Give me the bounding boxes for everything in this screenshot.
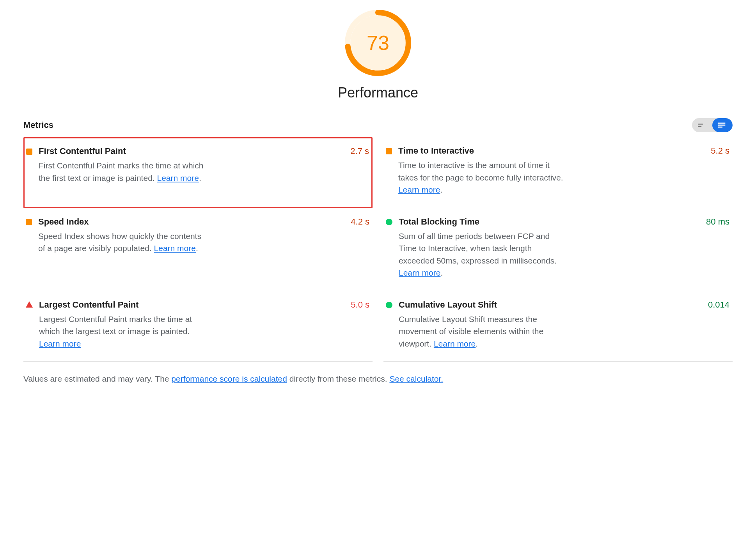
metric-description: Speed Index shows how quickly the conten… — [38, 230, 206, 255]
score-gauge: 73 — [345, 10, 411, 76]
metric-value: 0.014 — [708, 300, 729, 310]
svg-rect-4 — [698, 126, 701, 127]
footnote-mid: directly from these metrics. — [287, 374, 390, 383]
metric-description: Cumulative Layout Shift measures the mov… — [399, 313, 566, 350]
learn-more-link[interactable]: Learn more — [157, 173, 199, 182]
learn-more-link[interactable]: Learn more — [399, 268, 440, 277]
status-square-icon — [26, 219, 32, 225]
learn-more-link[interactable]: Learn more — [398, 185, 440, 194]
compact-view-icon — [698, 122, 706, 128]
footnote-link-calculator[interactable]: See calculator. — [389, 374, 443, 383]
metric-si: Speed Index4.2 sSpeed Index shows how qu… — [23, 208, 373, 291]
metric-name: First Contentful Paint — [39, 146, 126, 156]
metric-name: Cumulative Layout Shift — [399, 300, 497, 310]
svg-rect-6 — [718, 125, 725, 126]
svg-rect-5 — [718, 123, 725, 124]
status-square-icon — [386, 148, 392, 154]
metric-description: First Contentful Paint marks the time at… — [39, 159, 206, 184]
metric-name: Speed Index — [38, 217, 89, 227]
status-triangle-icon — [26, 301, 33, 308]
expanded-view-icon — [718, 122, 727, 128]
learn-more-link[interactable]: Learn more — [154, 244, 196, 253]
metric-cls: Cumulative Layout Shift0.014Cumulative L… — [383, 291, 733, 362]
metric-value: 4.2 s — [351, 217, 369, 227]
metric-name: Largest Contentful Paint — [39, 300, 138, 310]
score-value: 73 — [345, 10, 411, 76]
metrics-grid: First Contentful Paint2.7 sFirst Content… — [23, 137, 733, 362]
footnote: Values are estimated and may vary. The p… — [23, 373, 733, 385]
svg-rect-7 — [718, 127, 722, 128]
status-circle-icon — [386, 302, 392, 308]
metric-value: 5.0 s — [351, 300, 369, 310]
metric-description: Largest Contentful Paint marks the time … — [39, 313, 207, 350]
learn-more-link[interactable]: Learn more — [434, 339, 476, 348]
view-toggle — [692, 118, 733, 132]
learn-more-link[interactable]: Learn more — [39, 339, 81, 348]
view-toggle-expanded[interactable] — [712, 118, 733, 132]
metric-description: Time to interactive is the amount of tim… — [398, 159, 566, 196]
metric-name: Total Blocking Time — [399, 217, 479, 227]
metrics-heading: Metrics — [23, 120, 53, 130]
status-square-icon — [26, 149, 32, 155]
metric-lcp: Largest Contentful Paint5.0 sLargest Con… — [23, 291, 373, 362]
metric-name: Time to Interactive — [398, 146, 474, 156]
view-toggle-compact[interactable] — [692, 118, 712, 132]
status-circle-icon — [386, 219, 392, 225]
metric-tti: Time to Interactive5.2 sTime to interact… — [383, 137, 733, 208]
metric-value: 80 ms — [706, 217, 729, 227]
metric-fcp: First Contentful Paint2.7 sFirst Content… — [23, 137, 373, 208]
footnote-link-calculation[interactable]: performance score is calculated — [171, 374, 287, 383]
metric-description: Sum of all time periods between FCP and … — [399, 230, 566, 279]
score-gauge-section: 73 Performance — [23, 10, 733, 101]
section-title: Performance — [338, 85, 418, 101]
metric-value: 2.7 s — [350, 146, 369, 156]
metric-tbt: Total Blocking Time80 msSum of all time … — [383, 208, 733, 291]
metric-value: 5.2 s — [711, 146, 729, 156]
svg-rect-3 — [698, 124, 703, 124]
footnote-pre: Values are estimated and may vary. The — [23, 374, 171, 383]
